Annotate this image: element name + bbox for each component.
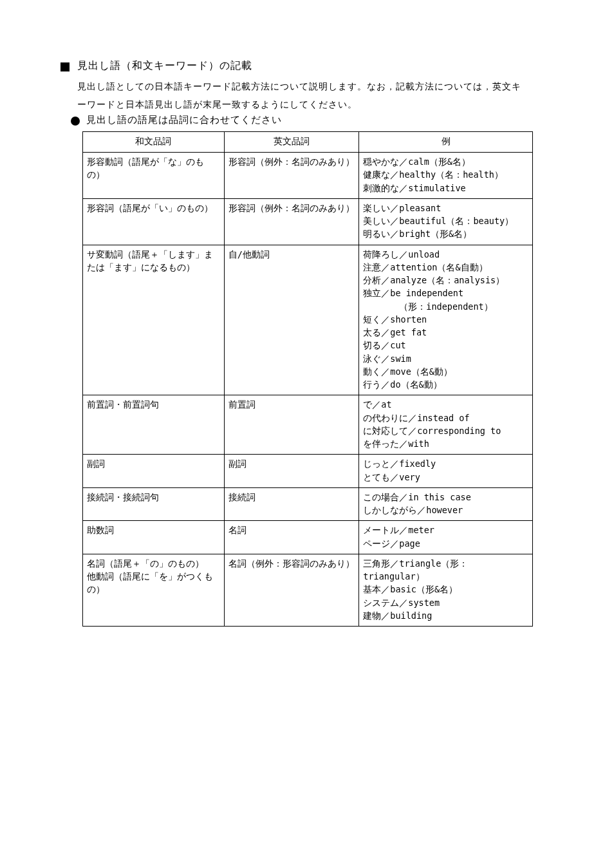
cell-ex: 三角形／triangle（形：triangular）基本／basic（形&名）シ… (359, 554, 533, 626)
cell-ex: 楽しい／pleasant美しい／beautiful（名：beauty）明るい／b… (359, 198, 533, 245)
cell-en: 名詞（例外：形容詞のみあり） (224, 554, 359, 626)
cell-ex: 荷降ろし／unload注意／attention（名&自動）分析／analyze（… (359, 245, 533, 395)
cell-ex: メートル／meterページ／page (359, 521, 533, 554)
cell-jp: 助数詞 (83, 521, 225, 554)
cell-ex: じっと／fixedlyとても／very (359, 455, 533, 488)
table-row: 形容詞（語尾が「い」のもの） 形容詞（例外：名詞のみあり） 楽しい／pleasa… (83, 198, 533, 245)
round-bullet (71, 117, 80, 126)
cell-en: 自/他動詞 (224, 245, 359, 395)
cell-jp: 形容詞（語尾が「い」のもの） (83, 198, 225, 245)
table-row: 形容動詞（語尾が「な」のもの） 形容詞（例外：名詞のみあり） 穏やかな／calm… (83, 153, 533, 199)
cell-en: 形容詞（例外：名詞のみあり） (224, 153, 359, 199)
cell-jp: 形容動詞（語尾が「な」のもの） (83, 153, 225, 199)
square-bullet (60, 62, 70, 71)
table-header-row: 和文品詞 英文品詞 例 (83, 132, 533, 153)
cell-en: 名詞 (224, 521, 359, 554)
table-row: 副詞 副詞 じっと／fixedlyとても／very (83, 455, 533, 488)
cell-ex: で／atの代わりに／instead ofに対応して／corresponding … (359, 395, 533, 455)
cell-jp: 名詞（語尾＋「の」のもの）他動詞（語尾に「を」がつくもの） (83, 554, 225, 626)
col-header-jp: 和文品詞 (83, 132, 225, 153)
col-header-ex: 例 (359, 132, 533, 153)
table-row: 名詞（語尾＋「の」のもの）他動詞（語尾に「を」がつくもの） 名詞（例外：形容詞の… (83, 554, 533, 626)
cell-jp: 接続詞・接続詞句 (83, 487, 225, 521)
col-header-en: 英文品詞 (224, 132, 359, 153)
cell-en: 副詞 (224, 455, 359, 488)
cell-jp: 副詞 (83, 455, 225, 488)
section-body: 見出し語としての日本語キーワード記載方法について説明します。なお，記載方法につい… (77, 77, 528, 113)
table-row: 前置詞・前置詞句 前置詞 で／atの代わりに／instead ofに対応して／c… (83, 395, 533, 455)
cell-en: 接続詞 (224, 487, 359, 521)
section-title: 見出し語（和文キーワード）の記載 (77, 59, 252, 73)
table-row: 助数詞 名詞 メートル／meterページ／page (83, 521, 533, 554)
parts-of-speech-table: 和文品詞 英文品詞 例 形容動詞（語尾が「な」のもの） 形容詞（例外：名詞のみあ… (82, 131, 533, 627)
cell-en: 形容詞（例外：名詞のみあり） (224, 198, 359, 245)
subsection-title: 見出し語の語尾は品詞に合わせてください (86, 114, 282, 126)
cell-ex: この場合／in this caseしかしながら／however (359, 487, 533, 521)
cell-jp: 前置詞・前置詞句 (83, 395, 225, 455)
cell-jp: サ変動詞（語尾＋「します」または「ます」になるもの） (83, 245, 225, 395)
table-row: サ変動詞（語尾＋「します」または「ます」になるもの） 自/他動詞 荷降ろし／un… (83, 245, 533, 395)
cell-en: 前置詞 (224, 395, 359, 455)
cell-ex: 穏やかな／calm（形&名）健康な／healthy（名：health）刺激的な／… (359, 153, 533, 199)
table-row: 接続詞・接続詞句 接続詞 この場合／in this caseしかしながら／how… (83, 487, 533, 521)
